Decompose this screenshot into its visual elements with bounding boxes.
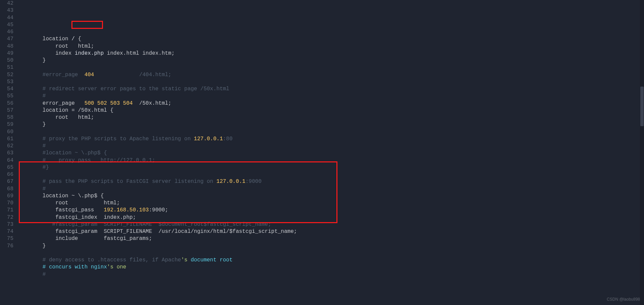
code-line[interactable]: #fastcgi_param SCRIPT_FILENAME $document…: [17, 221, 644, 228]
line-number: 71: [0, 207, 13, 214]
watermark-text: CSDN @laobu898: [607, 296, 640, 303]
code-token: # proxy the PHP scripts to Apache listen…: [17, 136, 194, 142]
line-number: 55: [0, 93, 13, 100]
code-content-area[interactable]: location / { root html; index index.php …: [17, 0, 644, 305]
code-line[interactable]: #error_page 404 /404.html;: [17, 71, 644, 79]
line-number: 52: [0, 71, 13, 79]
code-line[interactable]: # proxy_pass http://127.0.0.1;: [17, 157, 644, 164]
line-number: 69: [0, 193, 13, 200]
line-number: 61: [0, 136, 13, 143]
code-token: document root: [191, 257, 233, 263]
line-number: 67: [0, 178, 13, 185]
code-token: #}: [17, 164, 49, 170]
code-line[interactable]: # deny access to .htaccess files, if Apa…: [17, 257, 644, 264]
line-number: 72: [0, 214, 13, 221]
code-line[interactable]: fastcgi_param SCRIPT_FILENAME /usr/local…: [17, 228, 644, 235]
code-token: index.php: [75, 50, 104, 56]
code-line[interactable]: #: [17, 143, 644, 150]
line-number: 46: [0, 29, 13, 36]
code-token: # proxy_pass http://127.0.0.1;: [17, 157, 155, 163]
code-line[interactable]: }: [17, 243, 644, 250]
code-line[interactable]: [17, 171, 644, 178]
code-line[interactable]: #: [17, 93, 644, 100]
code-line[interactable]: #: [17, 186, 644, 193]
vertical-scrollbar-track[interactable]: [640, 0, 644, 305]
code-line[interactable]: root html;: [17, 114, 644, 121]
line-number: 70: [0, 200, 13, 207]
code-line[interactable]: [17, 129, 644, 136]
code-line[interactable]: [17, 250, 644, 257]
code-line[interactable]: }: [17, 57, 644, 64]
code-line[interactable]: #}: [17, 164, 644, 171]
code-line[interactable]: [17, 64, 644, 71]
line-number: 59: [0, 121, 13, 128]
line-number: 50: [0, 57, 13, 64]
code-token: location ~ \.php$ {: [17, 193, 104, 199]
code-token: index.html index.htm;: [104, 50, 174, 56]
code-line[interactable]: location / {: [17, 36, 644, 43]
code-token: 's: [181, 257, 191, 263]
code-line[interactable]: fastcgi_index index.php;: [17, 214, 644, 221]
line-number: 44: [0, 14, 13, 21]
code-line[interactable]: include fastcgi_params;: [17, 235, 644, 242]
line-number-gutter: 4243444546474849505152535455565758596061…: [0, 0, 17, 305]
line-number: 56: [0, 100, 13, 107]
code-token: #: [17, 186, 46, 192]
code-line[interactable]: # redirect server error pages to the sta…: [17, 86, 644, 93]
line-number: 76: [0, 243, 13, 250]
line-number: 57: [0, 107, 13, 114]
code-token: fastcgi_pass: [17, 207, 104, 213]
code-token: :9000;: [149, 207, 168, 213]
code-token: 404: [85, 72, 94, 78]
code-line[interactable]: [17, 79, 644, 86]
code-line[interactable]: location = /50x.html {: [17, 107, 644, 114]
code-token: #fastcgi_param SCRIPT_FILENAME $document…: [17, 221, 271, 227]
line-number: 54: [0, 86, 13, 93]
code-token: # pass the PHP scripts to FastCGI server…: [17, 179, 216, 185]
code-line[interactable]: location ~ \.php$ {: [17, 193, 644, 200]
code-line[interactable]: root html;: [17, 200, 644, 207]
line-number: 65: [0, 164, 13, 171]
code-line[interactable]: root html;: [17, 43, 644, 50]
line-number: 47: [0, 36, 13, 43]
line-number: 49: [0, 50, 13, 57]
code-token: 127.0.0.1: [194, 136, 223, 142]
code-token: include fastcgi_params;: [17, 236, 152, 242]
code-token: 192.168.50.103: [104, 207, 149, 213]
code-token: index: [17, 50, 75, 56]
code-line[interactable]: fastcgi_pass 192.168.50.103:9000;: [17, 207, 644, 214]
code-token: #: [17, 143, 46, 149]
code-line[interactable]: #location ~ \.php$ {: [17, 150, 644, 157]
highlight-box-index-php: [71, 21, 103, 29]
code-token: #: [17, 93, 46, 99]
code-line[interactable]: # concurs with nginx's one: [17, 264, 644, 271]
code-line[interactable]: index index.php index.html index.htm;: [17, 50, 644, 57]
code-token: location: [17, 36, 71, 42]
code-token: }: [17, 57, 46, 63]
vertical-scrollbar-thumb[interactable]: [640, 87, 644, 126]
code-line[interactable]: # pass the PHP scripts to FastCGI server…: [17, 178, 644, 185]
code-line[interactable]: #: [17, 271, 644, 278]
code-token: }: [17, 121, 46, 128]
code-editor[interactable]: 4243444546474849505152535455565758596061…: [0, 0, 644, 305]
code-token: error_page: [17, 100, 85, 106]
code-token: :9000: [246, 179, 262, 185]
code-token: root html;: [17, 43, 94, 49]
line-number: 62: [0, 143, 13, 150]
line-number: 58: [0, 114, 13, 121]
code-token: #location ~ \.php$ {: [17, 150, 107, 156]
code-token: }: [17, 243, 46, 249]
code-token: 's one: [107, 264, 126, 270]
code-line[interactable]: error_page 500 502 503 504 /50x.html;: [17, 100, 644, 107]
line-number: 63: [0, 150, 13, 157]
line-number: 66: [0, 171, 13, 178]
line-number: 42: [0, 0, 13, 7]
code-token: #error_page: [17, 72, 85, 78]
code-token: fastcgi_param SCRIPT_FILENAME /usr/local…: [17, 228, 297, 235]
code-line[interactable]: }: [17, 121, 644, 128]
line-number: 43: [0, 7, 13, 14]
code-token: fastcgi_index index.php;: [17, 214, 136, 220]
code-line[interactable]: [17, 29, 644, 36]
code-token: :80: [223, 136, 233, 142]
code-line[interactable]: # proxy the PHP scripts to Apache listen…: [17, 136, 644, 143]
